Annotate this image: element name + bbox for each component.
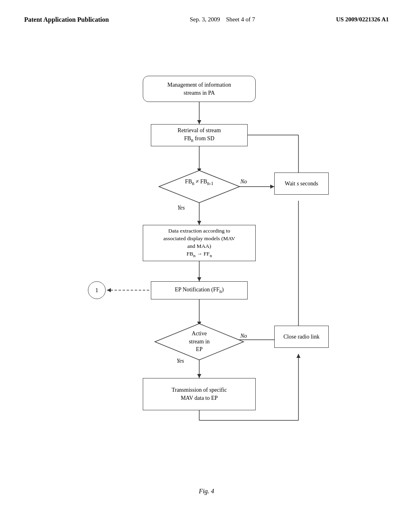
svg-marker-5 xyxy=(270,185,274,189)
diamond2-container: Activestream inEP xyxy=(155,324,244,360)
svg-marker-1 xyxy=(197,120,201,124)
retrieval-label: Retrieval of streamFBn from SD xyxy=(177,127,221,144)
close-radio-box: Close radio link xyxy=(274,326,329,348)
publication-label: Patent Application Publication xyxy=(24,16,109,23)
svg-marker-25 xyxy=(107,288,111,292)
yes-label-1: Yes xyxy=(177,205,185,211)
retrieval-box: Retrieval of streamFBn from SD xyxy=(151,124,248,146)
no-label-1: No xyxy=(240,179,247,185)
circle-label: 1 xyxy=(95,287,98,294)
diamond1-container: FBn ≠ FBn-1 xyxy=(159,170,240,203)
transmission-box: Transmission of specificMAV data to EP xyxy=(143,378,256,410)
data-extraction-label: Data extraction according to associated … xyxy=(163,227,235,259)
yes-label-2: Yes xyxy=(177,358,184,364)
start-box: Management of informationstreams in PA xyxy=(143,76,256,102)
ep-notification-box: EP Notification (FFn) xyxy=(151,281,248,299)
close-radio-label: Close radio link xyxy=(284,333,319,341)
ep-notification-label: EP Notification (FFn) xyxy=(175,286,223,295)
figure-caption: Fig. 4 xyxy=(199,488,214,495)
patent-number: US 2009/0221326 A1 xyxy=(336,16,389,23)
date-sheet: Sep. 3, 2009 Sheet 4 of 7 xyxy=(190,16,255,23)
no-label-2: No xyxy=(240,333,247,339)
data-extraction-box: Data extraction according to associated … xyxy=(143,225,256,261)
svg-marker-23 xyxy=(296,354,300,358)
page-header: Patent Application Publication Sep. 3, 2… xyxy=(0,0,413,23)
diamond2-label: Activestream inEP xyxy=(179,330,219,353)
wait-label: Wait s seconds xyxy=(285,180,318,188)
svg-marker-19 xyxy=(197,374,201,378)
wait-box: Wait s seconds xyxy=(274,172,329,195)
circle-1: 1 xyxy=(88,281,106,299)
svg-marker-12 xyxy=(197,277,201,281)
transmission-label: Transmission of specificMAV data to EP xyxy=(171,386,227,402)
flowchart-diagram: Management of informationstreams in PA R… xyxy=(0,27,413,511)
svg-marker-10 xyxy=(197,221,201,225)
start-box-label: Management of informationstreams in PA xyxy=(167,81,231,97)
diamond1-label: FBn ≠ FBn-1 xyxy=(171,178,227,187)
